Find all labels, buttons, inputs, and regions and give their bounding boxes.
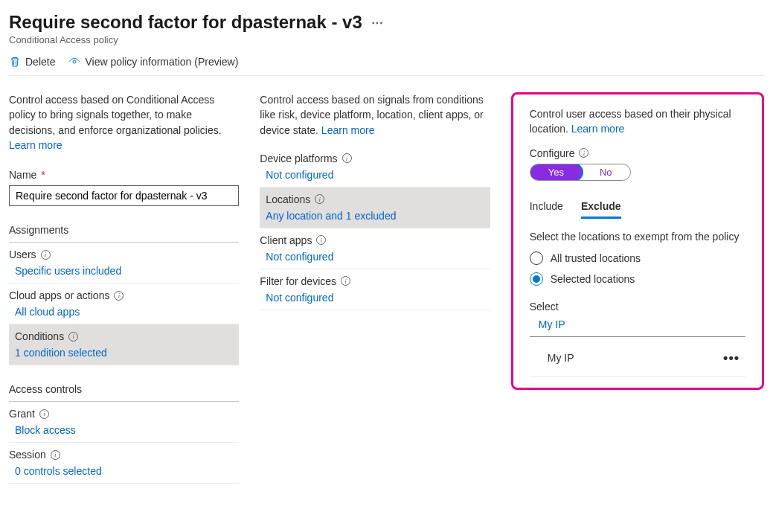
radio-trusted-label: All trusted locations: [551, 252, 641, 264]
select-label: Select: [530, 301, 745, 313]
more-icon[interactable]: ⋯: [371, 16, 385, 30]
learn-more-link[interactable]: Learn more: [321, 124, 375, 136]
configure-toggle[interactable]: Yes No: [530, 164, 631, 181]
client-apps-row[interactable]: Client appsi Not configured: [260, 228, 490, 269]
session-title: Session: [9, 449, 46, 461]
tab-exclude[interactable]: Exclude: [581, 200, 621, 219]
device-title: Device platforms: [260, 153, 337, 164]
users-value[interactable]: Specific users included: [9, 265, 236, 277]
info-icon[interactable]: i: [316, 235, 326, 245]
users-title: Users: [9, 249, 36, 260]
clientapps-value[interactable]: Not configured: [260, 251, 487, 263]
radio-icon-checked: [530, 272, 543, 286]
cloud-apps-row[interactable]: Cloud apps or actionsi All cloud apps: [9, 283, 239, 324]
page-subtitle: Conditional Access policy: [9, 34, 764, 45]
conditions-title: Conditions: [15, 330, 64, 342]
device-platforms-row[interactable]: Device platformsi Not configured: [260, 147, 490, 188]
session-value[interactable]: 0 controls selected: [9, 465, 236, 477]
cloud-title: Cloud apps or actions: [9, 289, 109, 301]
info-icon[interactable]: i: [41, 250, 51, 260]
locations-panel: Control user access based on their physi…: [511, 92, 764, 390]
grant-title: Grant: [9, 408, 35, 420]
toggle-yes[interactable]: Yes: [530, 164, 582, 180]
configure-label: Configurei: [530, 147, 745, 159]
cloud-value[interactable]: All cloud apps: [9, 306, 236, 318]
filter-value[interactable]: Not configured: [260, 292, 487, 304]
radio-all-trusted[interactable]: All trusted locations: [530, 251, 745, 265]
clientapps-title: Client apps: [260, 234, 312, 246]
info-icon[interactable]: i: [579, 148, 588, 158]
locations-value[interactable]: Any location and 1 excluded: [266, 210, 487, 222]
radio-selected-label: Selected locations: [551, 273, 635, 285]
grant-value[interactable]: Block access: [9, 424, 236, 436]
selected-location-name: My IP: [536, 352, 574, 364]
access-controls-header: Access controls: [9, 383, 239, 402]
radio-icon: [530, 251, 543, 265]
info-icon[interactable]: i: [315, 194, 324, 204]
locations-row[interactable]: Locationsi Any location and 1 excluded: [260, 188, 490, 228]
trash-icon: [9, 56, 21, 68]
filter-devices-row[interactable]: Filter for devicesi Not configured: [260, 269, 490, 310]
device-value[interactable]: Not configured: [260, 169, 487, 181]
exempt-label: Select the locations to exempt from the …: [530, 231, 745, 243]
view-info-label: View policy information (Preview): [85, 56, 238, 68]
selected-location-row: My IP •••: [530, 340, 745, 377]
session-row[interactable]: Sessioni 0 controls selected: [9, 443, 239, 484]
name-label: Name *: [9, 169, 239, 181]
learn-more-link[interactable]: Learn more: [9, 139, 62, 151]
info-icon[interactable]: i: [341, 276, 350, 286]
locations-title: Locations: [266, 193, 310, 205]
toggle-no[interactable]: No: [582, 164, 630, 180]
info-icon[interactable]: i: [68, 332, 78, 342]
action-bar: Delete View policy information (Preview): [9, 56, 764, 76]
filter-title: Filter for devices: [260, 275, 336, 287]
col2-intro: Control access based on signals from con…: [260, 92, 490, 138]
grant-row[interactable]: Granti Block access: [9, 402, 239, 443]
conditions-value[interactable]: 1 condition selected: [15, 347, 236, 359]
view-info-button[interactable]: View policy information (Preview): [68, 56, 238, 68]
radio-selected-locations[interactable]: Selected locations: [530, 272, 745, 286]
info-icon[interactable]: i: [39, 409, 49, 419]
delete-label: Delete: [25, 56, 55, 68]
info-icon[interactable]: i: [114, 291, 124, 301]
tab-include[interactable]: Include: [530, 200, 563, 219]
delete-button[interactable]: Delete: [9, 56, 55, 68]
select-value[interactable]: My IP: [530, 318, 745, 330]
info-icon[interactable]: i: [342, 153, 352, 163]
assignments-header: Assignments: [9, 224, 239, 243]
conditions-row[interactable]: Conditionsi 1 condition selected: [9, 324, 239, 365]
users-row[interactable]: Usersi Specific users included: [9, 243, 239, 283]
page-title: Require second factor for dpasternak - v…: [9, 12, 362, 33]
info-icon[interactable]: i: [51, 450, 60, 460]
name-input[interactable]: [9, 185, 239, 206]
eye-icon: [68, 56, 80, 68]
col1-intro: Control access based on Conditional Acce…: [9, 92, 239, 153]
col3-intro: Control user access based on their physi…: [530, 106, 745, 137]
learn-more-link[interactable]: Learn more: [571, 123, 625, 135]
item-more-icon[interactable]: •••: [723, 350, 740, 366]
